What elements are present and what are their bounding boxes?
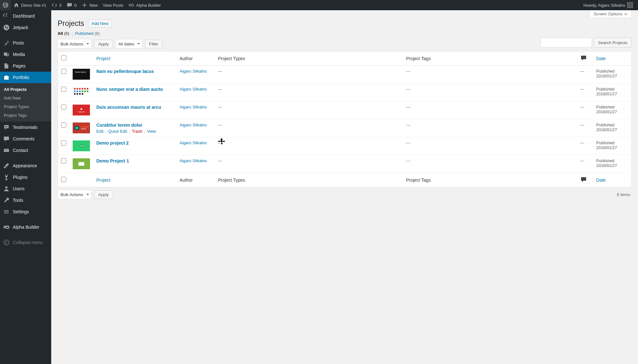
refresh-icon [52, 2, 57, 8]
wp-logo[interactable] [0, 0, 11, 10]
submenu-item-all-projects[interactable]: All Projects [0, 85, 51, 94]
project-title-link[interactable]: Duis accumsan mauris at arcu [96, 105, 161, 110]
screen-options-toggle[interactable]: Screen Options [589, 10, 632, 18]
table-row: Nunc semper erat a diam auctoEdit | Quic… [58, 83, 632, 101]
table-row: Demo project 2Edit | Quick Edit | Trash … [58, 137, 632, 155]
comments-col-icon [580, 55, 587, 61]
svg-point-34 [81, 145, 82, 146]
row-checkbox[interactable] [61, 87, 66, 92]
date-value: 2016/01/27 [596, 163, 617, 168]
col-date-foot[interactable]: Date [596, 178, 606, 183]
add-new-button[interactable]: Add New [88, 20, 112, 28]
row-checkbox[interactable] [61, 69, 66, 74]
user-icon [3, 186, 10, 192]
comments-value: — [580, 140, 585, 145]
search-input[interactable] [541, 38, 592, 47]
howdy-text: Howdy, Aigars Silkalns [583, 3, 625, 8]
sidebar-item-settings[interactable]: Settings [0, 206, 51, 215]
svg-rect-19 [87, 91, 88, 92]
apply-button-bottom[interactable]: Apply [94, 190, 113, 199]
sidebar-item-contact[interactable]: Contact [0, 145, 51, 156]
comments-bubble[interactable]: 0 [64, 0, 79, 10]
bulk-actions-select-top[interactable]: Bulk Actions [58, 39, 92, 49]
project-title-link[interactable]: Nunc semper erat a diam aucto [96, 87, 163, 92]
sidebar-item-label: Appearance [13, 163, 37, 168]
row-checkbox[interactable] [61, 158, 66, 163]
col-project-foot[interactable]: Project [96, 178, 110, 183]
select-all-top[interactable] [61, 55, 66, 60]
row-checkbox[interactable] [61, 140, 66, 146]
types-value: — [218, 69, 222, 74]
sidebar-item-tools[interactable]: Tools [0, 194, 51, 206]
sidebar-item-label: Users [13, 186, 25, 191]
project-title-link[interactable]: Demo Project 1 [96, 158, 129, 163]
svg-rect-8 [74, 88, 76, 90]
date-filter-select[interactable]: All dates [116, 39, 142, 49]
sidebar-item-media[interactable]: Media [0, 49, 51, 60]
sidebar-item-appearance[interactable]: Appearance [0, 160, 51, 171]
apply-button-top[interactable]: Apply [94, 40, 113, 48]
mail-icon [3, 147, 10, 154]
date-status: Published [596, 87, 615, 91]
submenu-item-add-new[interactable]: Add New [0, 94, 51, 102]
project-title-link[interactable]: Nam eu pellentesque lacus [96, 69, 154, 74]
sidebar-item-dashboard[interactable]: Dashboard [0, 10, 51, 22]
submenu-item-project-tags[interactable]: Project Tags [0, 111, 51, 120]
comments-value: — [580, 105, 585, 109]
filter-button[interactable]: Filter [145, 40, 163, 48]
tags-value: — [406, 140, 410, 145]
filter-published[interactable]: Published (6) [75, 31, 100, 36]
date-status: Published [596, 140, 615, 145]
comments-count: 0 [74, 3, 77, 8]
author-link[interactable]: Aigars Silkalns [180, 105, 207, 109]
admin-sidebar: DashboardJetpackPostsMediaPagesPortfolio… [0, 10, 51, 215]
sidebar-item-posts[interactable]: Posts [0, 37, 51, 49]
trash-link[interactable]: Trash [132, 129, 142, 134]
sidebar-item-portfolio[interactable]: Portfolio [0, 72, 51, 83]
alpha-builder-label: Alpha Builder [136, 3, 161, 8]
sidebar-item-comments[interactable]: Comments [0, 133, 51, 145]
view-posts[interactable]: View Posts [100, 0, 126, 10]
author-link[interactable]: Aigars Silkalns [180, 123, 207, 127]
col-date[interactable]: Date [596, 56, 606, 61]
types-value: — [218, 105, 222, 109]
sidebar-item-label: Dashboard [13, 13, 35, 19]
bulk-actions-select-bottom[interactable]: Bulk Actions [58, 190, 92, 199]
row-checkbox[interactable] [61, 105, 66, 110]
filter-all[interactable]: All (6) [58, 31, 69, 36]
new-content[interactable]: New [79, 0, 100, 10]
submenu-item-project-types[interactable]: Project Types [0, 102, 51, 111]
quick-edit-link[interactable]: Quick Edit [108, 129, 127, 134]
types-value: — [218, 87, 222, 91]
updates[interactable]: 3 [49, 0, 64, 10]
col-project[interactable]: Project [96, 56, 110, 61]
svg-rect-12 [84, 88, 86, 90]
select-all-bottom[interactable] [61, 177, 66, 182]
view-link[interactable]: View [147, 129, 156, 134]
avatar [627, 2, 633, 8]
col-author: Author [176, 51, 215, 66]
author-link[interactable]: Aigars Silkalns [180, 158, 207, 163]
testimonial-icon [3, 124, 10, 131]
sidebar-item-users[interactable]: Users [0, 183, 51, 194]
sidebar-item-jetpack[interactable]: Jetpack [0, 22, 51, 33]
project-title-link[interactable]: Demo project 2 [96, 140, 129, 146]
portfolio-icon [3, 74, 10, 81]
edit-link[interactable]: Edit [96, 129, 103, 134]
wrench-icon [3, 197, 10, 203]
project-title-link[interactable]: Curabitur lorem dolor [96, 123, 142, 128]
site-name[interactable]: Demo Site #1 [11, 0, 49, 10]
my-account[interactable]: Howdy, Aigars Silkalns [581, 0, 635, 10]
date-value: 2016/01/27 [596, 91, 617, 96]
sidebar-item-pages[interactable]: Pages [0, 60, 51, 72]
sidebar-item-testimonials[interactable]: Testimonials [0, 122, 51, 133]
plus-icon [82, 2, 87, 8]
alpha-builder-bar[interactable]: Alpha Builder [126, 0, 163, 10]
row-checkbox[interactable] [61, 123, 66, 128]
types-value: — [218, 123, 222, 127]
sidebar-item-plugins[interactable]: Plugins [0, 171, 51, 183]
author-link[interactable]: Aigars Silkalns [180, 69, 207, 74]
author-link[interactable]: Aigars Silkalns [180, 140, 207, 145]
search-button[interactable]: Search Projects [594, 38, 632, 47]
author-link[interactable]: Aigars Silkalns [180, 87, 207, 91]
